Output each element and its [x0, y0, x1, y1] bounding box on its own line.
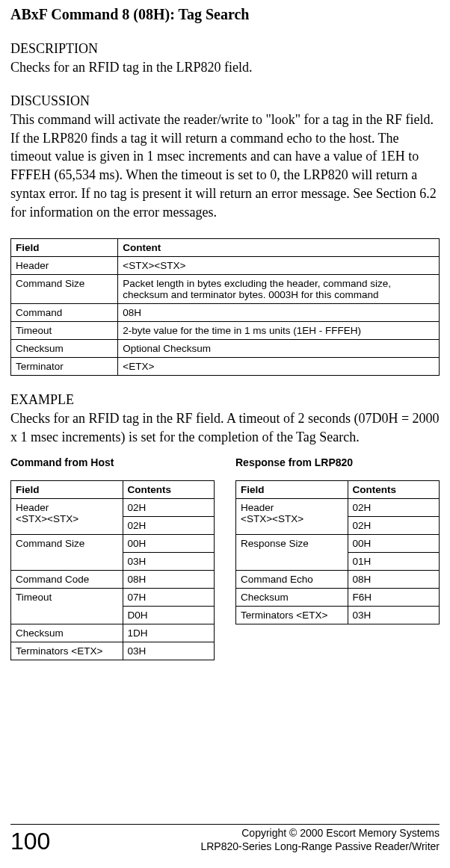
discussion-text: This command will activate the reader/wr…	[10, 111, 440, 222]
cell-field: Timeout	[11, 321, 118, 339]
response-from-lrp820-table: Field Contents Header <STX><STX> 02H 02H…	[235, 480, 440, 624]
page-number: 100	[10, 829, 50, 853]
cell-field: Checksum	[236, 589, 348, 607]
cell-content: D0H	[123, 607, 214, 624]
cell-field: Checksum	[11, 339, 118, 357]
cell-field: Command Echo	[236, 571, 348, 589]
cell-content: 08H	[118, 303, 440, 321]
table-row: Command Size 00H	[11, 535, 215, 553]
cell-content: <ETX>	[118, 357, 440, 375]
cell-content: 02H	[348, 499, 439, 517]
table-row: Command Code 08H	[11, 571, 215, 589]
table-row: Terminator <ETX>	[11, 357, 440, 375]
cell-content: 00H	[123, 535, 214, 553]
footer-line-2: LRP820-Series Long-Range Passive Reader/…	[200, 840, 440, 853]
table-row: Checksum F6H	[236, 589, 440, 607]
cell-content: 03H	[348, 607, 439, 624]
table-row: Checksum Optional Checksum	[11, 339, 440, 357]
table-header-row: Field Contents	[11, 481, 215, 499]
cell-content: 08H	[348, 571, 439, 589]
cell-content: 02H	[123, 499, 214, 517]
cell-field: Terminator	[11, 357, 118, 375]
example-label: EXAMPLE	[10, 392, 440, 408]
cell-content: F6H	[348, 589, 439, 607]
cell-field: Timeout	[11, 589, 123, 624]
cell-content: 02H	[348, 517, 439, 535]
discussion-label: DISCUSSION	[10, 93, 440, 109]
cell-field: Terminators <ETX>	[11, 642, 123, 660]
table-row: Terminators <ETX> 03H	[236, 607, 440, 624]
table-row: Timeout 2-byte value for the time in 1 m…	[11, 321, 440, 339]
th-content: Content	[118, 238, 440, 256]
cell-content: 00H	[348, 535, 439, 553]
table-row: Header <STX><STX> 02H	[236, 499, 440, 517]
command-from-host-col: Command from Host Field Contents Header …	[10, 456, 215, 660]
table-header-row: Field Content	[11, 238, 440, 256]
table-row: Command 08H	[11, 303, 440, 321]
cell-field: Command Size	[11, 535, 123, 571]
cell-field: Command	[11, 303, 118, 321]
cell-content: 07H	[123, 589, 214, 607]
example-text: Checks for an RFID tag in the RF field. …	[10, 409, 440, 447]
cell-content: 02H	[123, 517, 214, 535]
table-row: Terminators <ETX> 03H	[11, 642, 215, 660]
cell-content: <STX><STX>	[118, 256, 440, 274]
table-row: Command Echo 08H	[236, 571, 440, 589]
page-title: ABxF Command 8 (08H): Tag Search	[10, 6, 440, 23]
cell-content: 1DH	[123, 624, 214, 642]
th-field: Field	[11, 238, 118, 256]
cell-field: Command Code	[11, 571, 123, 589]
footer-text: Copyright © 2000 Escort Memory Systems L…	[200, 826, 440, 853]
command-from-host-title: Command from Host	[10, 456, 215, 468]
response-from-lrp820-col: Response from LRP820 Field Contents Head…	[235, 456, 440, 624]
response-from-lrp820-title: Response from LRP820	[235, 456, 440, 468]
cell-field: Header	[11, 256, 118, 274]
cell-field: Terminators <ETX>	[236, 607, 348, 624]
cell-content: Packet length in bytes excluding the hea…	[118, 274, 440, 303]
table-row: Header <STX><STX>	[11, 256, 440, 274]
description-label: DESCRIPTION	[10, 41, 440, 57]
command-from-host-table: Field Contents Header <STX><STX> 02H 02H…	[10, 480, 215, 660]
table-row: Header <STX><STX> 02H	[11, 499, 215, 517]
th-field: Field	[236, 481, 348, 499]
table-row: Command Size Packet length in bytes excl…	[11, 274, 440, 303]
cell-content: 03H	[123, 553, 214, 571]
cell-field: Response Size	[236, 535, 348, 571]
cell-content: 01H	[348, 553, 439, 571]
cell-content: 2-byte value for the time in 1 ms units …	[118, 321, 440, 339]
cell-field: Header <STX><STX>	[236, 499, 348, 535]
th-field: Field	[11, 481, 123, 499]
page-footer: 100 Copyright © 2000 Escort Memory Syste…	[10, 824, 440, 853]
description-text: Checks for an RFID tag in the LRP820 fie…	[10, 58, 440, 77]
table-row: Response Size 00H	[236, 535, 440, 553]
table-row: Checksum 1DH	[11, 624, 215, 642]
th-contents: Contents	[348, 481, 439, 499]
cell-content: 03H	[123, 642, 214, 660]
th-contents: Contents	[123, 481, 214, 499]
main-field-table: Field Content Header <STX><STX> Command …	[10, 238, 440, 376]
cell-field: Header <STX><STX>	[11, 499, 123, 535]
cell-content: Optional Checksum	[118, 339, 440, 357]
footer-line-1: Copyright © 2000 Escort Memory Systems	[200, 826, 440, 840]
cell-content: 08H	[123, 571, 214, 589]
table-header-row: Field Contents	[236, 481, 440, 499]
cell-field: Command Size	[11, 274, 118, 303]
table-row: Timeout 07H	[11, 589, 215, 607]
cell-field: Checksum	[11, 624, 123, 642]
